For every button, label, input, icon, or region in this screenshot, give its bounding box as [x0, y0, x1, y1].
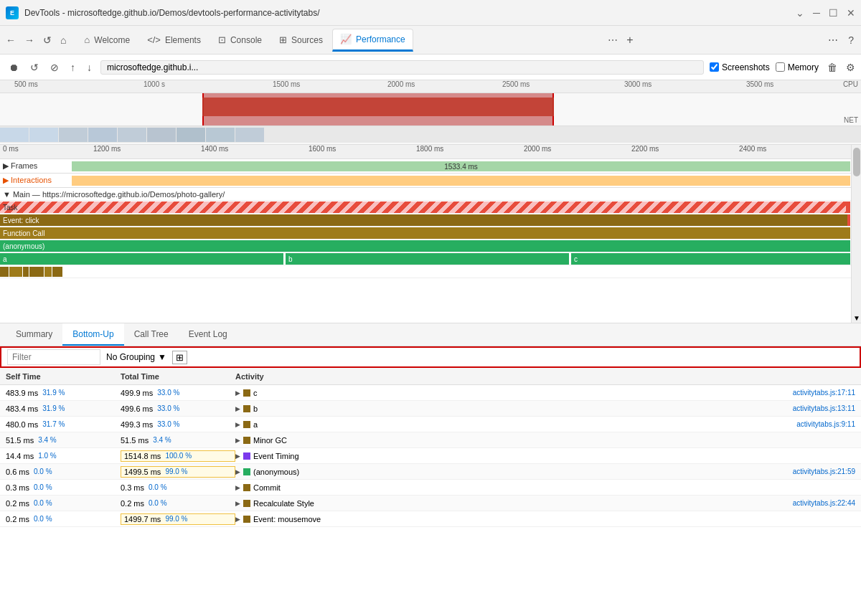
ruler-2000: 2000 ms	[387, 80, 415, 88]
table-row: 483.4 ms31.9 %499.6 ms33.0 % ▶ b activit…	[0, 401, 861, 417]
total-time-value: 0.2 ms	[121, 499, 144, 508]
more-tabs-icon[interactable]: ⋯	[603, 34, 622, 46]
flamechart-scroll-thumb[interactable]	[853, 148, 860, 176]
memory-checkbox[interactable]	[776, 62, 785, 72]
expand-icon[interactable]: ▶	[235, 405, 240, 412]
upload-button[interactable]: ↑	[67, 60, 78, 75]
screenshots-checkbox-label[interactable]: Screenshots	[710, 62, 770, 72]
tab-event-log-label: Event Log	[189, 329, 227, 339]
expand-icon[interactable]: ▶	[235, 484, 240, 491]
total-time-cell: 1499.5 ms99.0 %	[121, 466, 235, 478]
thumb-6	[147, 128, 176, 142]
devtools-icon: E	[6, 6, 19, 19]
tiny-bars	[0, 267, 850, 277]
table-body: 483.9 ms31.9 %499.9 ms33.0 % ▶ c activit…	[0, 385, 861, 552]
frames-label[interactable]: ▶ Frames	[0, 161, 37, 171]
expand-icon[interactable]: ▶	[235, 452, 240, 460]
total-time-value: 1499.7 ms	[124, 515, 161, 523]
interactions-row: ▶ Interactions	[0, 174, 861, 188]
screenshots-checkbox[interactable]	[710, 62, 719, 72]
address-toolbar: ⏺ ↺ ⊘ ↑ ↓ microsoftedge.github.i... Scre…	[0, 55, 861, 80]
filter-bar: No Grouping ▼ ⊞	[0, 346, 861, 368]
flamechart-scrollbar[interactable]: ▼	[851, 145, 861, 323]
sources-tab-icon: ⊞	[279, 34, 287, 45]
back-icon[interactable]: ←	[3, 32, 19, 49]
expand-icon[interactable]: ▶	[235, 516, 240, 523]
expand-icon[interactable]: ▶	[235, 500, 240, 507]
tab-bottom-up[interactable]: Bottom-Up	[62, 323, 123, 346]
activity-cell: ▶ (anonymous) activitytabs.js:21:59	[235, 468, 855, 476]
source-link[interactable]: activitytabs.js:22:44	[793, 499, 855, 507]
overview-timeline: 500 ms 1000 s 1500 ms 2000 ms 2500 ms 30…	[0, 80, 861, 145]
clear-button[interactable]: 🗑	[824, 60, 840, 75]
stop-button[interactable]: ⊘	[47, 60, 62, 75]
extensions-icon[interactable]: ⋯	[824, 34, 842, 46]
add-tab-icon[interactable]: +	[626, 34, 633, 47]
tab-sources[interactable]: ⊞ Sources	[271, 29, 331, 52]
url-bar[interactable]: microsoftedge.github.i...	[100, 60, 704, 75]
activity-cell: ▶ b activitytabs.js:13:11	[235, 404, 855, 413]
memory-checkbox-label[interactable]: Memory	[776, 62, 819, 72]
minimize-button[interactable]: ─	[813, 7, 820, 19]
total-time-pct: 33.0 %	[157, 389, 179, 397]
tab-summary[interactable]: Summary	[6, 323, 62, 346]
window-controls: ⌄ ─ ☐ ✕	[796, 7, 855, 19]
frames-bar: 1533.4 ms	[72, 161, 850, 171]
source-link[interactable]: activitytabs.js:13:11	[793, 404, 855, 412]
refresh-icon[interactable]: ↺	[40, 32, 55, 49]
expand-icon[interactable]: ▶	[235, 421, 240, 428]
total-time-pct: 3.4 %	[153, 436, 171, 444]
source-link[interactable]: activitytabs.js:9:11	[796, 420, 855, 428]
bottom-panel: Summary Bottom-Up Call Tree Event Log No…	[0, 323, 861, 552]
tab-sources-label: Sources	[291, 35, 323, 45]
home-icon[interactable]: ⌂	[57, 32, 69, 49]
tab-performance-label: Performance	[356, 34, 405, 44]
tab-console-label: Console	[230, 35, 262, 45]
tab-performance[interactable]: 📈 Performance	[332, 29, 413, 52]
total-time-value: 1514.8 ms	[124, 452, 161, 460]
forward-icon[interactable]: →	[22, 32, 37, 49]
table-row: 483.9 ms31.9 %499.9 ms33.0 % ▶ c activit…	[0, 385, 861, 401]
r-1200: 1200 ms	[93, 145, 121, 153]
help-icon[interactable]: ?	[844, 34, 858, 46]
column-picker-icon[interactable]: ⊞	[172, 351, 187, 364]
maximize-button[interactable]: ☐	[829, 7, 838, 19]
tab-welcome[interactable]: ⌂ Welcome	[76, 29, 138, 52]
expand-icon[interactable]: ⌄	[796, 7, 804, 19]
self-time-value: 0.2 ms	[6, 515, 29, 523]
total-time-cell: 499.9 ms33.0 %	[121, 389, 235, 397]
grouping-dropdown[interactable]: No Grouping ▼	[106, 352, 166, 362]
expand-icon[interactable]: ▶	[235, 468, 240, 475]
expand-icon[interactable]: ▶	[235, 437, 240, 444]
scroll-down-icon[interactable]: ▼	[852, 313, 861, 323]
table-header: Self Time Total Time Activity	[0, 368, 861, 385]
tab-elements[interactable]: </> Elements	[139, 29, 209, 52]
source-link[interactable]: activitytabs.js:17:11	[793, 389, 855, 397]
tab-elements-label: Elements	[165, 35, 201, 45]
activity-color-box	[243, 468, 250, 475]
download-button[interactable]: ↓	[84, 60, 95, 75]
self-time-cell: 14.4 ms1.0 %	[6, 452, 121, 460]
interactions-label[interactable]: ▶ Interactions	[0, 176, 52, 185]
tab-console[interactable]: ⊡ Console	[210, 29, 270, 52]
filter-input[interactable]	[7, 349, 100, 365]
self-time-cell: 51.5 ms3.4 %	[6, 436, 121, 445]
tab-call-tree[interactable]: Call Tree	[124, 323, 179, 346]
expand-icon[interactable]: ▶	[235, 389, 240, 397]
tiny-6	[52, 267, 62, 277]
reload-record-button[interactable]: ↺	[27, 60, 42, 75]
tab-event-log[interactable]: Event Log	[179, 323, 237, 346]
browser-tab-bar: ← → ↺ ⌂ ⌂ Welcome </> Elements ⊡ Console…	[0, 26, 861, 55]
record-button[interactable]: ⏺	[6, 60, 22, 75]
self-time-value: 51.5 ms	[6, 436, 34, 445]
source-link[interactable]: activitytabs.js:21:59	[793, 468, 855, 475]
close-button[interactable]: ✕	[847, 7, 855, 19]
total-time-value: 51.5 ms	[121, 436, 149, 445]
total-time-cell: 1499.7 ms99.0 %	[121, 513, 235, 525]
settings-icon[interactable]: ⚙	[846, 62, 855, 73]
self-time-pct: 3.4 %	[38, 436, 57, 444]
self-time-pct: 1.0 %	[38, 452, 57, 460]
anonymous-row: (anonymous)	[0, 240, 861, 252]
activity-name: Minor GC	[253, 436, 287, 445]
abc-row: a b c	[0, 252, 861, 265]
